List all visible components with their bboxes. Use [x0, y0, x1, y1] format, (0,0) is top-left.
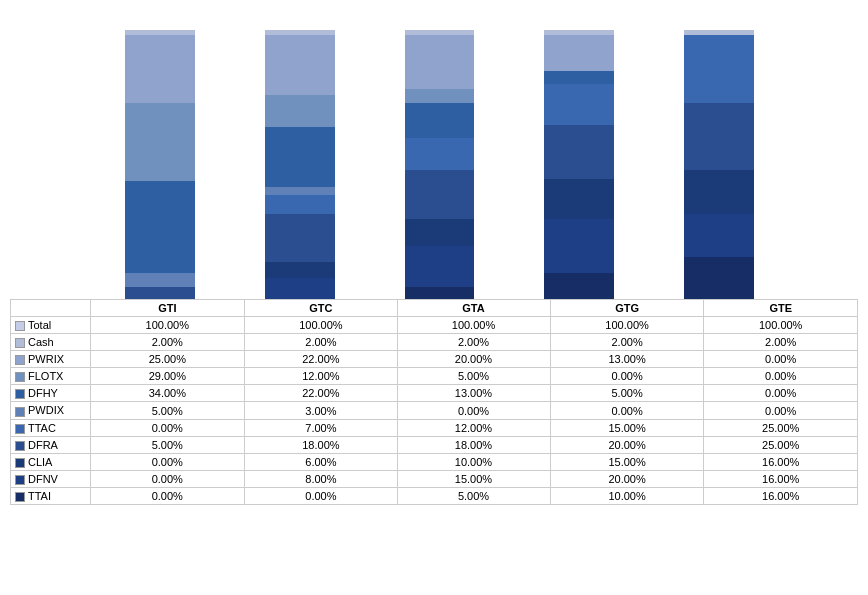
legend-color-box [15, 492, 25, 502]
table-cell: 3.00% [244, 402, 398, 419]
bar-segment-dfhy [544, 71, 614, 85]
table-cell: 0.00% [550, 368, 704, 385]
bar-segment-clia [684, 170, 754, 213]
table-row: DFHY34.00%22.00%13.00%5.00%0.00% [11, 385, 858, 402]
table-cell: 13.00% [398, 385, 551, 402]
table-cell: 12.00% [398, 419, 551, 436]
table-cell: 34.00% [91, 385, 245, 402]
table-row: TTAC0.00%7.00%12.00%15.00%25.00% [11, 419, 858, 436]
bar-segment-ttai [684, 257, 754, 299]
bar-segment-pwrix [265, 35, 335, 94]
row-label: PWRIX [11, 351, 91, 368]
bar-segment-pwrix [405, 35, 474, 89]
table-cell: 2.00% [704, 334, 858, 351]
header-gti: GTI [91, 300, 245, 317]
table-cell: 22.00% [244, 385, 398, 402]
table-cell: 15.00% [550, 453, 704, 470]
bar-segment-dfra [684, 103, 754, 171]
table-cell: 0.00% [91, 419, 245, 436]
table-cell: 6.00% [244, 453, 398, 470]
bar-segment-ttac [684, 35, 754, 103]
header-gtg: GTG [550, 300, 704, 317]
table-row: Cash2.00%2.00%2.00%2.00%2.00% [11, 334, 858, 351]
bar-segment-pwdix [125, 273, 195, 287]
table-cell: 0.00% [91, 453, 245, 470]
bar-col-gti [90, 30, 230, 299]
table-cell: 5.00% [398, 368, 551, 385]
bar-segment-clia [405, 219, 474, 246]
table-cell: 2.00% [91, 334, 245, 351]
header-label-col [11, 300, 91, 317]
table-row: PWRIX25.00%22.00%20.00%13.00%0.00% [11, 351, 858, 368]
data-table: GTIGTCGTAGTGGTETotal100.00%100.00%100.00… [10, 299, 858, 505]
legend-color-box [15, 424, 25, 434]
table-cell: 8.00% [244, 470, 398, 487]
table-cell: 5.00% [550, 385, 704, 402]
bar-col-gta [370, 30, 509, 299]
table-cell: 29.00% [91, 368, 245, 385]
table-cell: 20.00% [398, 351, 551, 368]
table-cell: 0.00% [91, 470, 245, 487]
table-cell: 100.00% [398, 317, 551, 334]
table-row: DFNV0.00%8.00%15.00%20.00%16.00% [11, 470, 858, 487]
bar-segment-ttac [265, 195, 335, 214]
bar-segment-ttac [405, 138, 474, 170]
row-label: DFHY [11, 385, 91, 402]
bar-segment-dfhy [405, 103, 474, 138]
bar-segment-dfra [265, 214, 335, 263]
table-cell: 0.00% [704, 402, 858, 419]
row-label: CLIA [11, 453, 91, 470]
table-row: PWDIX5.00%3.00%0.00%0.00%0.00% [11, 402, 858, 419]
bar-segment-clia [544, 179, 614, 220]
table-cell: 5.00% [91, 402, 245, 419]
bar-col-gte [649, 30, 789, 299]
row-label: TTAC [11, 419, 91, 436]
table-cell: 25.00% [704, 436, 858, 453]
table-cell: 5.00% [398, 487, 551, 504]
bar-segment-ttac [544, 84, 614, 125]
bar-segment-dfra [405, 170, 474, 219]
table-cell: 2.00% [244, 334, 398, 351]
row-label: PWDIX [11, 402, 91, 419]
table-cell: 16.00% [704, 487, 858, 504]
legend-color-box [15, 475, 25, 485]
bar-segment-dfnv [544, 219, 614, 273]
table-cell: 20.00% [550, 470, 704, 487]
header-gte: GTE [704, 300, 858, 317]
bar-wrapper-gta [405, 30, 474, 299]
bar-segment-dfhy [125, 181, 195, 273]
table-cell: 15.00% [398, 470, 551, 487]
legend-color-box [15, 407, 25, 417]
legend-color-box [15, 441, 25, 451]
table-cell: 0.00% [550, 402, 704, 419]
table-cell: 22.00% [244, 351, 398, 368]
bar-segment-dfnv [405, 246, 474, 287]
header-gta: GTA [398, 300, 551, 317]
table-cell: 12.00% [244, 368, 398, 385]
table-cell: 20.00% [550, 436, 704, 453]
table-cell: 0.00% [244, 487, 398, 504]
bar-col-gtc [230, 30, 370, 299]
legend-color-box [15, 321, 25, 331]
row-label: TTAI [11, 487, 91, 504]
bar-segment-dfra [544, 125, 614, 179]
bar-segment-ttai [405, 287, 474, 300]
bar-wrapper-gti [125, 30, 195, 299]
table-cell: 0.00% [91, 487, 245, 504]
row-label: FLOTX [11, 368, 91, 385]
bar-segment-ttai [544, 273, 614, 299]
legend-color-box [15, 389, 25, 399]
row-label: DFNV [11, 470, 91, 487]
main-container: GTIGTCGTAGTGGTETotal100.00%100.00%100.00… [0, 0, 868, 595]
legend-color-box [15, 458, 25, 468]
table-cell: 10.00% [550, 487, 704, 504]
table-cell: 15.00% [550, 419, 704, 436]
bar-segment-flotx [405, 89, 474, 103]
bar-segment-dfnv [684, 214, 754, 257]
bar-wrapper-gtc [265, 30, 335, 299]
bar-segment-pwdix [265, 187, 335, 195]
table-cell: 100.00% [244, 317, 398, 334]
table-cell: 5.00% [91, 436, 245, 453]
table-cell: 25.00% [704, 419, 858, 436]
table-cell: 100.00% [91, 317, 245, 334]
